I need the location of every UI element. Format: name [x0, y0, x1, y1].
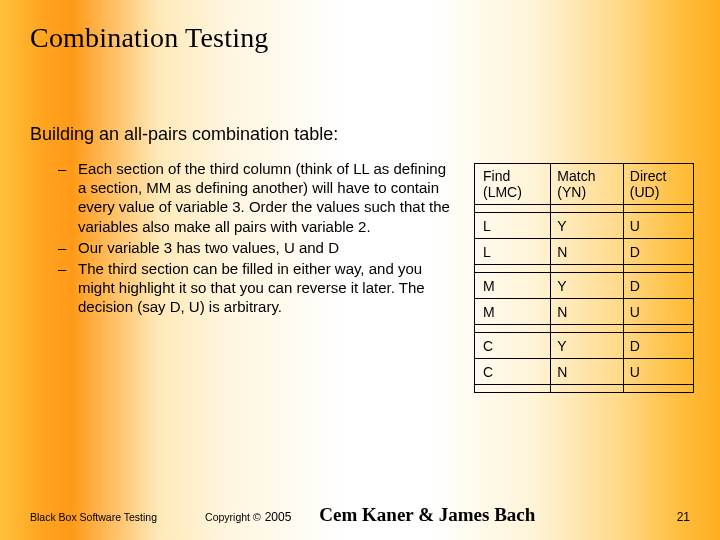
footer-copyright: Copyright ©	[205, 511, 261, 523]
table-spacer	[475, 205, 694, 213]
combination-table: Find(LMC) Match(YN) Direct(UD) L Y U	[474, 159, 694, 393]
table-header-cell: Find(LMC)	[475, 164, 551, 205]
table-row: M N U	[475, 299, 694, 325]
table-cell: L	[475, 213, 551, 239]
footer: Black Box Software Testing Copyright © 2…	[0, 504, 720, 526]
bullet-item: Our variable 3 has two values, U and D	[58, 238, 452, 257]
table-cell: L	[475, 239, 551, 265]
table-cell: C	[475, 359, 551, 385]
table-cell: D	[623, 239, 693, 265]
table-row: C Y D	[475, 333, 694, 359]
table-spacer	[475, 325, 694, 333]
content-row: Each section of the third column (think …	[30, 159, 690, 393]
page-title: Combination Testing	[30, 22, 690, 54]
bullet-item: The third section can be filled in eithe…	[58, 259, 452, 317]
footer-page-number: 21	[677, 510, 690, 524]
table-header-cell: Direct(UD)	[623, 164, 693, 205]
table-row: C N U	[475, 359, 694, 385]
table-header-row: Find(LMC) Match(YN) Direct(UD)	[475, 164, 694, 205]
table-spacer	[475, 265, 694, 273]
bullet-item: Each section of the third column (think …	[58, 159, 452, 236]
table-cell: U	[623, 213, 693, 239]
table-cell: N	[551, 299, 623, 325]
table-cell: C	[475, 333, 551, 359]
bullet-list: Each section of the third column (think …	[30, 159, 452, 393]
table-cell: Y	[551, 213, 623, 239]
table-row: L Y U	[475, 213, 694, 239]
table-cell: U	[623, 359, 693, 385]
table-row: L N D	[475, 239, 694, 265]
footer-left: Black Box Software Testing	[30, 511, 157, 523]
table-cell: Y	[551, 333, 623, 359]
table-spacer	[475, 385, 694, 393]
table-cell: D	[623, 333, 693, 359]
table-cell: N	[551, 239, 623, 265]
table-cell: U	[623, 299, 693, 325]
footer-authors: Cem Kaner & James Bach	[319, 504, 535, 526]
footer-year: 2005	[265, 510, 292, 524]
table-cell: M	[475, 299, 551, 325]
table-row: M Y D	[475, 273, 694, 299]
table-cell: M	[475, 273, 551, 299]
slide: Combination Testing Building an all-pair…	[0, 0, 720, 540]
subtitle: Building an all-pairs combination table:	[30, 124, 690, 145]
table-cell: Y	[551, 273, 623, 299]
table-cell: D	[623, 273, 693, 299]
table-header-cell: Match(YN)	[551, 164, 623, 205]
table-cell: N	[551, 359, 623, 385]
